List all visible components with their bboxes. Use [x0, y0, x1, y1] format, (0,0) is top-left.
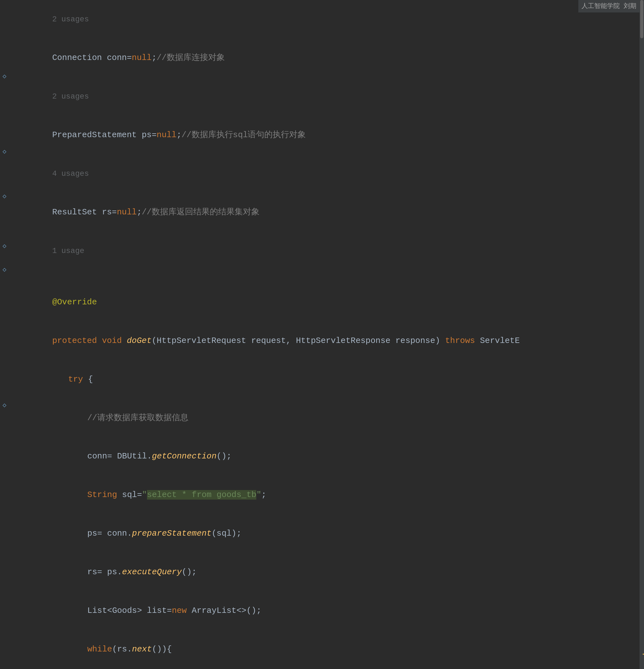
code-line: List<Goods> list=new ArrayList<>(); — [19, 592, 640, 630]
editor-gutter: ◇ ◇ ◇ ◇ ◇ ◇ — [0, 0, 13, 669]
code-line: ps= conn.prepareStatement(sql); — [19, 514, 640, 553]
usage-line: 4 usages — [19, 154, 640, 193]
code-content: 人工智能学院 刘期 2 usages Connection conn=null;… — [13, 0, 640, 669]
code-line: rs= ps.executeQuery(); — [19, 553, 640, 592]
scrollbar-thumb[interactable] — [640, 0, 643, 38]
usage-line: 1 usage — [19, 231, 640, 270]
code-line: PreparedStatement ps=null;//数据库执行sql语句的执… — [19, 116, 640, 154]
annotation-line: @Override — [19, 283, 640, 322]
gutter-icon-1: ◇ — [2, 71, 6, 81]
gutter-icon-5: ◇ — [2, 265, 6, 275]
method-signature-line: protected void doGet(HttpServletRequest … — [19, 321, 640, 360]
top-bar: 人工智能学院 刘期 — [578, 0, 640, 12]
code-line: conn= DBUtil.getConnection(); — [19, 437, 640, 476]
code-line: while(rs.next()){ — [19, 630, 640, 669]
blank-line — [19, 270, 640, 283]
gutter-icon-2: ◇ — [2, 147, 6, 157]
code-line: String sql="select * from goods_tb"; — [19, 476, 640, 514]
gutter-icon-6: ◇ — [2, 400, 6, 410]
gutter-icon-3: ◇ — [2, 191, 6, 201]
usage-text: 2 usages — [52, 15, 89, 24]
code-editor: ◇ ◇ ◇ ◇ ◇ ◇ 人工智能学院 刘期 2 usages Connectio… — [0, 0, 644, 669]
top-bar-text: 人工智能学院 刘期 — [582, 2, 636, 10]
try-line: try { — [19, 360, 640, 398]
scrollbar[interactable] — [640, 0, 644, 669]
scrollbar-marker-1 — [643, 654, 644, 655]
code-line: ResultSet rs=null;//数据库返回结果的结果集对象 — [19, 193, 640, 231]
comment-line: //请求数据库获取数据信息 — [19, 398, 640, 437]
code-line: Connection conn=null;//数据库连接对象 — [19, 39, 640, 77]
usage-line: 2 usages — [19, 0, 640, 39]
gutter-icon-4: ◇ — [2, 241, 6, 251]
usage-line: 2 usages — [19, 77, 640, 116]
